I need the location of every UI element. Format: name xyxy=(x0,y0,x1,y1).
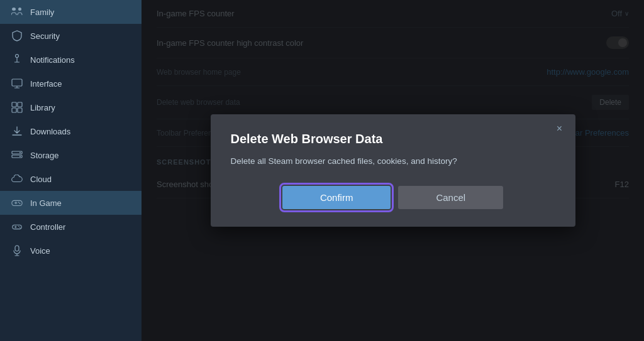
shield-icon xyxy=(11,30,23,41)
svg-point-10 xyxy=(19,152,21,153)
sidebar-item-voice-label: Voice xyxy=(30,246,50,256)
svg-point-13 xyxy=(18,202,19,203)
svg-rect-1 xyxy=(18,8,21,11)
delete-browser-data-modal: × Delete Web Browser Data Delete all Ste… xyxy=(211,114,575,226)
sidebar-item-downloads-label: Downloads xyxy=(30,127,70,136)
confirm-button[interactable]: Confirm xyxy=(282,186,391,209)
main-content: In-game FPS counter Off ∨ In-game FPS co… xyxy=(142,0,644,341)
svg-point-17 xyxy=(19,227,20,227)
svg-point-14 xyxy=(19,203,21,204)
svg-rect-0 xyxy=(12,8,16,11)
svg-rect-5 xyxy=(18,102,22,107)
sidebar-item-notifications-label: Notifications xyxy=(30,55,75,65)
gamepad-icon xyxy=(11,221,23,232)
modal-buttons: Confirm Cancel xyxy=(231,186,555,209)
sidebar-item-library-label: Library xyxy=(30,103,55,112)
sidebar-item-storage[interactable]: Storage xyxy=(0,143,142,167)
sidebar-item-security-label: Security xyxy=(30,31,60,41)
modal-title: Delete Web Browser Data xyxy=(231,132,555,146)
sidebar: Family Security Notifications Interface … xyxy=(0,0,142,341)
interface-icon xyxy=(11,78,23,89)
sidebar-item-family[interactable]: Family xyxy=(0,0,142,24)
modal-overlay: × Delete Web Browser Data Delete all Ste… xyxy=(142,0,644,341)
storage-icon xyxy=(11,149,23,161)
sidebar-item-interface-label: Interface xyxy=(30,79,62,89)
svg-rect-3 xyxy=(12,79,22,86)
cloud-icon xyxy=(11,173,23,185)
controller-game-icon xyxy=(11,197,23,208)
sidebar-item-downloads[interactable]: Downloads xyxy=(0,119,142,143)
cancel-button[interactable]: Cancel xyxy=(398,186,503,209)
sidebar-item-in-game[interactable]: In Game xyxy=(0,191,142,215)
sidebar-item-cloud-label: Cloud xyxy=(30,175,52,184)
svg-rect-18 xyxy=(15,246,19,251)
notifications-icon xyxy=(11,54,23,65)
sidebar-item-controller-label: Controller xyxy=(30,222,65,232)
sidebar-item-library[interactable]: Library xyxy=(0,95,142,119)
svg-rect-4 xyxy=(12,102,16,107)
sidebar-item-interface[interactable]: Interface xyxy=(0,72,142,95)
sidebar-item-notifications[interactable]: Notifications xyxy=(0,48,142,72)
sidebar-item-security[interactable]: Security xyxy=(0,24,142,48)
svg-rect-6 xyxy=(12,108,16,112)
family-icon xyxy=(11,6,23,18)
modal-body: Delete all Steam browser cached files, c… xyxy=(231,155,555,168)
svg-point-2 xyxy=(16,55,19,58)
sidebar-item-cloud[interactable]: Cloud xyxy=(0,167,142,191)
sidebar-item-in-game-label: In Game xyxy=(30,198,62,208)
modal-close-button[interactable]: × xyxy=(553,122,567,136)
sidebar-item-controller[interactable]: Controller xyxy=(0,215,142,239)
microphone-icon xyxy=(11,245,23,256)
sidebar-item-family-label: Family xyxy=(30,8,54,17)
library-icon xyxy=(11,102,23,113)
downloads-icon xyxy=(11,126,23,137)
svg-rect-7 xyxy=(18,108,22,112)
svg-point-16 xyxy=(18,226,19,227)
sidebar-item-voice[interactable]: Voice xyxy=(0,239,142,263)
svg-point-11 xyxy=(19,156,21,157)
sidebar-item-storage-label: Storage xyxy=(30,151,59,160)
